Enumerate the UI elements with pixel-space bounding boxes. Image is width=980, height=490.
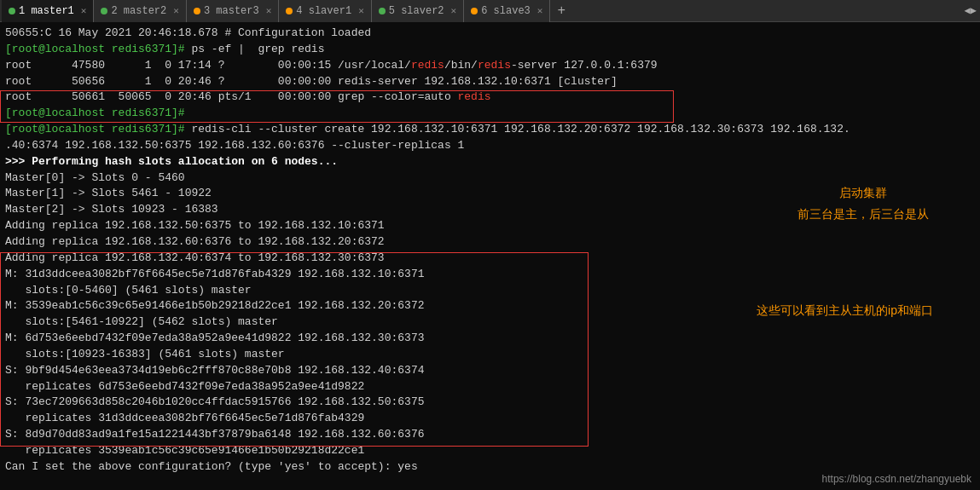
tab-close-5[interactable]: ✕ — [451, 5, 457, 16]
tab-label-1: 1 master1 — [19, 5, 74, 17]
terminal-line: Adding replica 192.168.132.40:6374 to 19… — [5, 251, 975, 267]
terminal-line: replicates 6d753e6eebd7432f09e7eda38a952… — [5, 379, 975, 395]
tab-dot-5 — [379, 8, 386, 14]
tab-bar: 1 master1 ✕ 2 master2 ✕ 3 master3 ✕ 4 sl… — [0, 0, 980, 22]
annotation-cluster: 启动集群前三台是主，后三台是从 — [797, 182, 929, 225]
tab-master2[interactable]: 2 master2 ✕ — [94, 0, 186, 22]
tab-dot-3 — [194, 8, 200, 14]
terminal-line: [root@localhost redis6371]# redis-cli --… — [5, 122, 975, 138]
terminal-line: replicates 3539eab1c56c39c65e91466e1b50b… — [5, 443, 975, 459]
tab-close-1[interactable]: ✕ — [81, 5, 87, 16]
tab-slave3[interactable]: 6 slave3 ✕ — [464, 0, 550, 22]
terminal-line: S: 9bf9d454e63eea3734d19eb6c2fff870c88e7… — [5, 363, 975, 379]
terminal-line: root 47580 1 0 17:14 ? 00:00:15 /usr/loc… — [5, 58, 975, 74]
tab-label-2: 2 master2 — [111, 5, 166, 17]
tab-slaver1[interactable]: 4 slaver1 ✕ — [279, 0, 371, 22]
tab-label-5: 5 slaver2 — [389, 5, 444, 17]
terminal-line: replicates 31d3ddceea3082bf76f6645ec5e71… — [5, 411, 975, 427]
tab-close-2[interactable]: ✕ — [173, 5, 179, 16]
terminal-line: [root@localhost redis6371]# — [5, 106, 975, 122]
terminal-line: S: 8d9d70dd83ad9a1fe15a1221443bf37879ba6… — [5, 427, 975, 443]
tab-scroll-arrows: ◀▶ — [961, 4, 980, 17]
tab-label-3: 3 master3 — [204, 5, 259, 17]
tab-dot-4 — [286, 8, 293, 14]
terminal-line: 50655:C 16 May 2021 20:46:18.678 # Confi… — [5, 26, 975, 42]
tab-label-6: 6 slave3 — [481, 5, 531, 17]
terminal-line: root 50656 1 0 20:46 ? 00:00:00 redis-se… — [5, 74, 975, 90]
terminal-line: M: 6d753e6eebd7432f09e7eda38a952a9ee41d9… — [5, 331, 975, 347]
terminal-line: root 50661 50065 0 20:46 pts/1 00:00:00 … — [5, 89, 975, 106]
tab-master1[interactable]: 1 master1 ✕ — [2, 0, 94, 22]
tab-close-6[interactable]: ✕ — [537, 5, 543, 16]
terminal-line: slots:[0-5460] (5461 slots) master — [5, 283, 975, 299]
terminal-line: M: 31d3ddceea3082bf76f6645ec5e71d876fab4… — [5, 267, 975, 283]
terminal-line: slots:[10923-16383] (5461 slots) master — [5, 347, 975, 363]
terminal-line: .40:6374 192.168.132.50:6375 192.168.132… — [5, 138, 975, 154]
tab-label-4: 4 slaver1 — [296, 5, 351, 17]
terminal-line: >>> Performing hash slots allocation on … — [5, 154, 975, 170]
tab-master3[interactable]: 3 master3 ✕ — [187, 0, 279, 22]
terminal-area: 50655:C 16 May 2021 20:46:18.678 # Confi… — [0, 22, 980, 490]
terminal-line: S: 73ec7209663d858c2046b1020cc4ffdac5915… — [5, 395, 975, 411]
tab-add-button[interactable]: + — [550, 3, 572, 19]
tab-close-4[interactable]: ✕ — [358, 5, 364, 16]
tab-dot-2 — [101, 8, 107, 14]
tab-slaver2[interactable]: 5 slaver2 ✕ — [372, 0, 464, 22]
tab-close-3[interactable]: ✕ — [266, 5, 272, 16]
terminal-line: Adding replica 192.168.132.60:6376 to 19… — [5, 234, 975, 251]
annotation-ip-port: 这些可以看到主从主机的ip和端口 — [757, 303, 933, 319]
tab-dot-1 — [9, 8, 15, 14]
tab-dot-6 — [471, 8, 478, 14]
blog-url: https://blog.csdn.net/zhangyuebk — [822, 473, 971, 485]
terminal-line: [root@localhost redis6371]# ps -ef | gre… — [5, 42, 975, 58]
